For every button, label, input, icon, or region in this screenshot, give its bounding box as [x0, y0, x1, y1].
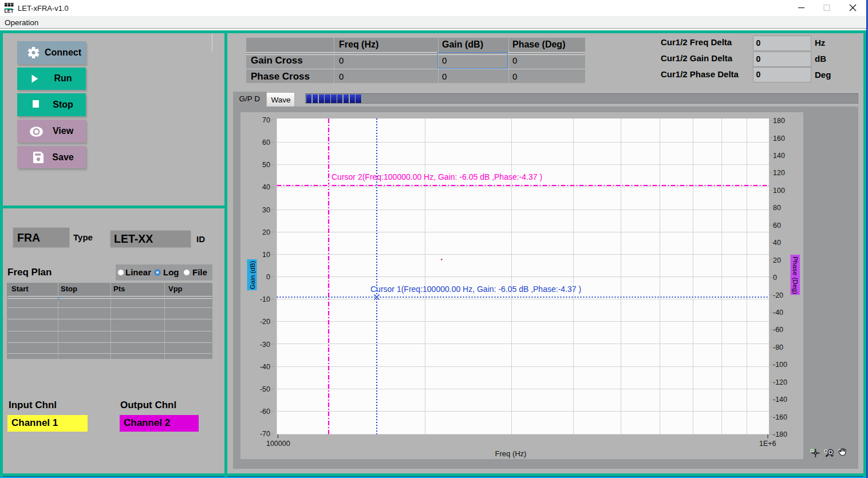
svg-text:50: 50 — [262, 161, 270, 169]
svg-text:-10: -10 — [260, 295, 270, 303]
svg-text:0: 0 — [266, 273, 270, 281]
svg-text:Cursor 1(Freq:100000.00 Hz, Ga: Cursor 1(Freq:100000.00 Hz, Gain: -6.05 … — [370, 285, 581, 294]
svg-text:-40: -40 — [773, 309, 783, 317]
svg-text:140: 140 — [773, 152, 785, 160]
svg-text:80: 80 — [773, 204, 781, 212]
svg-text:-60: -60 — [260, 408, 270, 416]
svg-text:160: 160 — [773, 135, 785, 143]
svg-text:-50: -50 — [260, 385, 270, 393]
svg-text:-120: -120 — [773, 378, 787, 386]
svg-text:-70: -70 — [260, 430, 270, 438]
svg-text:Gain (dB): Gain (dB) — [248, 260, 256, 289]
svg-text:-180: -180 — [773, 430, 787, 439]
svg-text:40: 40 — [773, 239, 781, 247]
svg-text:-60: -60 — [773, 326, 783, 334]
svg-text:-80: -80 — [773, 343, 783, 351]
svg-text:Phase (Deg): Phase (Deg) — [792, 256, 799, 294]
svg-text:1E+6: 1E+6 — [759, 440, 776, 448]
svg-text:60: 60 — [262, 139, 270, 147]
svg-text:-140: -140 — [773, 396, 787, 404]
svg-text:-40: -40 — [260, 363, 270, 371]
svg-text:60: 60 — [773, 222, 781, 230]
svg-text:-30: -30 — [260, 341, 270, 349]
svg-text:100: 100 — [773, 187, 785, 195]
svg-text:10: 10 — [262, 251, 270, 259]
svg-text:0: 0 — [773, 274, 777, 282]
svg-text:20: 20 — [773, 256, 781, 264]
svg-text:Freq (Hz): Freq (Hz) — [495, 449, 527, 458]
svg-text:-100: -100 — [773, 361, 787, 369]
svg-text:120: 120 — [773, 169, 785, 177]
svg-text:70: 70 — [262, 116, 270, 124]
svg-text:20: 20 — [262, 228, 270, 236]
svg-text:40: 40 — [262, 183, 270, 191]
svg-text:-20: -20 — [260, 318, 270, 326]
svg-text:100000: 100000 — [266, 440, 290, 448]
svg-text:-20: -20 — [773, 291, 783, 299]
svg-text:180: 180 — [773, 117, 785, 125]
svg-text:LET: LET — [5, 8, 14, 13]
svg-text:Cursor 2(Freq:100000.00 Hz, Ga: Cursor 2(Freq:100000.00 Hz, Gain: -6.05 … — [332, 172, 542, 181]
svg-text:30: 30 — [262, 206, 270, 214]
svg-text:-160: -160 — [773, 413, 787, 421]
